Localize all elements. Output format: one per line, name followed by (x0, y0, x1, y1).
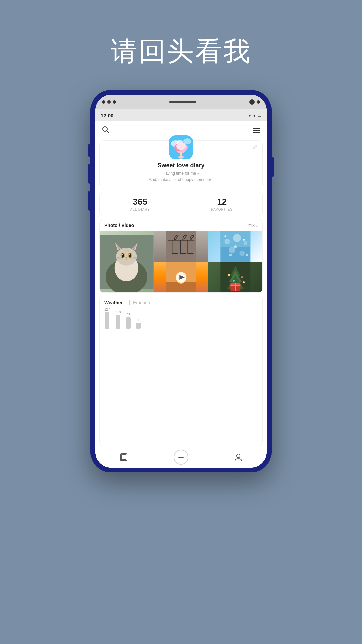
svg-line-1 (107, 131, 109, 133)
photo-header: Photo / Video 213 › (100, 219, 262, 231)
svg-rect-56 (235, 283, 236, 291)
svg-point-66 (237, 454, 240, 458)
emotion-tab[interactable]: Emotion (133, 300, 150, 305)
svg-point-58 (228, 274, 230, 276)
stats-card: 365 ALL DIARY 12 FAVORITES (99, 192, 263, 216)
svg-rect-49 (166, 282, 196, 292)
stat-all-diary[interactable]: 365 ALL DIARY (100, 197, 181, 211)
battery-icon: ▭ (257, 113, 261, 118)
bar-2 (116, 315, 120, 329)
svg-point-59 (241, 276, 243, 278)
bar-label-4: 50 (137, 318, 140, 322)
svg-point-44 (234, 245, 237, 248)
diary-nav-button[interactable] (116, 450, 131, 465)
speaker (169, 101, 196, 103)
profile-card: Sweet love diary Having time for me ~ An… (99, 140, 263, 189)
photo-snow[interactable] (208, 231, 262, 262)
menu-icon[interactable] (253, 126, 260, 135)
svg-point-28 (129, 254, 130, 255)
bar-group-3: 97 (126, 313, 131, 329)
bar-group-4: 50 (136, 318, 141, 329)
camera-dot (102, 100, 105, 104)
profile-nav-button[interactable] (231, 450, 246, 465)
favorites-label: FAVORITES (211, 208, 233, 211)
photo-count: 213 (248, 223, 255, 228)
photo-gift[interactable] (208, 262, 262, 292)
wifi-icon: ▾ (249, 113, 251, 118)
profile-bio: Having time for me ~ And, make a lot of … (149, 170, 213, 183)
svg-point-38 (225, 239, 230, 244)
svg-rect-57 (231, 285, 241, 286)
add-button[interactable] (174, 450, 188, 465)
bar-group-2: 118 (115, 310, 121, 329)
camera-dot-3 (113, 100, 116, 104)
status-time: 12:00 (101, 113, 113, 118)
favorites-count: 12 (217, 197, 227, 207)
svg-rect-63 (121, 455, 126, 460)
svg-point-12 (176, 142, 186, 150)
bar-label-3: 97 (127, 313, 130, 317)
bar-label-2: 118 (115, 310, 121, 314)
svg-point-45 (243, 239, 245, 241)
svg-point-14 (178, 155, 184, 159)
photo-title: Photo / Video (104, 223, 134, 228)
svg-point-42 (240, 251, 245, 256)
camera-dot-2 (107, 100, 111, 104)
svg-point-39 (233, 234, 241, 242)
svg-point-27 (122, 254, 123, 255)
bar-4 (136, 323, 141, 329)
svg-point-46 (229, 254, 232, 256)
photo-chevron-icon[interactable]: › (256, 223, 258, 228)
svg-point-60 (233, 280, 235, 282)
avatar (169, 135, 193, 159)
front-camera (249, 99, 255, 105)
status-bar: 12:00 ▾ ◂ ▭ (95, 109, 267, 121)
phone-frame: 12:00 ▾ ◂ ▭ (90, 90, 272, 472)
weather-section: Weather Emotion 127 118 97 (99, 296, 263, 446)
photo-grid (100, 231, 262, 292)
photo-hangers[interactable] (154, 231, 208, 262)
page-title: 请回头看我 (111, 34, 251, 70)
svg-point-40 (244, 241, 248, 245)
bottom-nav (95, 446, 267, 468)
photo-cat[interactable] (100, 231, 154, 292)
weather-tab[interactable]: Weather (104, 300, 126, 305)
tab-divider (129, 300, 130, 305)
diary-label: ALL DIARY (130, 208, 150, 211)
diary-count: 365 (133, 197, 147, 207)
edit-icon[interactable] (252, 144, 258, 151)
svg-point-41 (229, 247, 236, 253)
stat-favorites[interactable]: 12 FAVORITES (181, 197, 263, 211)
app-content: Sweet love diary Having time for me ~ An… (95, 121, 267, 468)
bar-3 (126, 317, 131, 329)
bar-1 (105, 312, 109, 329)
svg-point-47 (246, 254, 248, 256)
bar-chart: 127 118 97 50 (104, 309, 258, 329)
profile-name: Sweet love diary (157, 162, 204, 169)
svg-point-61 (243, 281, 245, 283)
bar-label-1: 127 (104, 308, 110, 311)
photo-section: Photo / Video 213 › (99, 219, 263, 293)
photo-sunset[interactable] (154, 262, 208, 292)
signal-icon: ◂ (253, 113, 255, 118)
bar-group-1: 127 (104, 308, 110, 329)
svg-point-43 (225, 235, 227, 237)
search-icon[interactable] (102, 126, 109, 136)
weather-tabs: Weather Emotion (104, 300, 258, 305)
sensor-dot (257, 100, 260, 104)
phone-camera-bar (95, 95, 267, 109)
